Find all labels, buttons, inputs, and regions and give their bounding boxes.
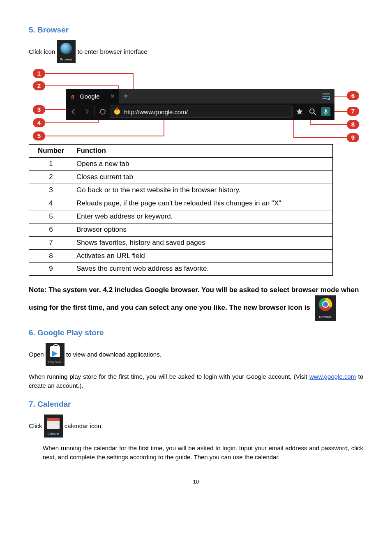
callout-badge-9: 9 [347,133,359,142]
callout-badge-6: 6 [347,91,359,100]
cell-func: Browser options [73,223,333,236]
browser-mockup: 1 2 3 4 5 6 7 8 9 g Google ✕ + [29,69,363,141]
intro-pre: Click icon [29,48,57,55]
voice-input-button[interactable] [320,106,332,118]
cell-num: 5 [29,210,73,223]
cell-num: 2 [29,170,73,184]
section-heading-playstore: 6. Google Play store [29,328,363,337]
arrow-left-icon [70,108,77,115]
cell-num: 3 [29,184,73,197]
cell-num: 6 [29,223,73,236]
table-row: 1Opens a new tab [29,157,333,170]
play-open-pre: Open [29,351,46,358]
table-row: 2Closes current tab [29,170,333,184]
table-row: 8Activates an URL field [29,249,333,263]
new-tab-button[interactable]: + [119,89,132,104]
calendar-paragraph: When running the calendar for the first … [43,444,363,462]
callout-badge-1: 1 [33,69,45,78]
cell-func: Enter web address or keyword. [73,210,333,223]
browser-menu-button[interactable] [318,89,334,104]
intro-post: to enter browser interface [78,48,148,55]
callout-badge-2: 2 [33,81,45,90]
callout-badge-5: 5 [33,131,45,140]
svg-point-9 [323,302,328,307]
cell-func: Closes current tab [73,170,333,184]
active-tab[interactable]: g Google ✕ [66,89,119,104]
cell-func: Reloads page, if the page can't be reloa… [73,197,333,210]
play-open-line: Open Play Store to view and download app… [29,343,363,366]
note-paragraph: Note: The system ver. 4.2 includes Googl… [29,285,363,321]
cell-num: 8 [29,249,73,263]
arrow-right-icon [83,108,90,115]
function-table: Number Function 1Opens a new tab 2Closes… [29,144,333,276]
reload-button[interactable] [97,106,109,118]
svg-marker-3 [327,97,330,100]
browser-app-icon: Browser [57,40,76,63]
url-row: http://www.google.com/ [66,104,334,120]
bookmark-button[interactable] [293,106,306,118]
google-favicon-icon: g [69,92,76,100]
url-text: http://www.google.com/ [124,108,188,115]
cell-num: 1 [29,157,73,170]
callout-badge-4: 4 [33,118,45,127]
svg-point-4 [310,109,314,113]
play-para2: When running play store for the first ti… [29,372,363,391]
back-button[interactable] [67,106,80,118]
cell-func: Saves the current web address as favorit… [73,263,333,276]
table-row: 5Enter web address or keyword. [29,210,333,223]
menu-icon [322,92,331,101]
close-tab-icon[interactable]: ✕ [110,93,115,99]
section-heading-browser: 5. Browser [29,25,363,35]
col-function-header: Function [73,145,333,158]
svg-rect-0 [323,94,330,94]
tab-bar: g Google ✕ + [66,89,334,104]
calendar-click-pre: Click [29,422,44,429]
cell-func: Activates an URL field [73,249,333,263]
cell-func: Shows favorites, history and saved pages [73,236,333,249]
reload-icon [99,108,106,115]
playstore-icon-label: Play Store [46,360,65,365]
cell-func: Go back or to the next website in the br… [73,184,333,197]
svg-rect-1 [323,96,330,97]
chrome-icon-label: Chrome [315,315,336,320]
callout-badge-7: 7 [347,107,359,116]
cell-num: 4 [29,197,73,210]
table-row: 9Saves the current web address as favori… [29,263,333,276]
tab-title: Google [80,93,99,100]
intro-line: Click icon Browser to enter browser inte… [29,40,363,63]
google-link[interactable]: www.google.com [309,373,356,380]
cell-func: Opens a new tab [73,157,333,170]
table-row: 3Go back or to the next website in the b… [29,184,333,197]
callout-badge-3: 3 [33,105,45,114]
mic-icon [321,107,330,116]
search-button[interactable] [307,106,319,118]
star-icon [295,108,304,116]
calendar-app-icon: Calendar [44,415,63,438]
note-text: Note: The system ver. 4.2 includes Googl… [29,286,359,311]
calendar-icon-label: Calendar [44,432,63,436]
url-field[interactable]: http://www.google.com/ [110,106,293,118]
svg-rect-6 [325,109,327,113]
play-open-post: to view and download applications. [66,351,161,358]
section-heading-calendar: 7. Calendar [29,400,363,409]
callout-badge-8: 8 [347,120,359,129]
page-number: 10 [29,479,363,485]
browser-icon-label: Browser [57,57,76,62]
svg-line-5 [314,113,316,115]
site-favicon-icon [114,109,120,115]
calendar-click-line: Click Calendar calendar icon. [29,415,363,438]
table-row: 6Browser options [29,223,333,236]
calendar-click-post: calendar icon. [65,422,103,429]
forward-button[interactable] [81,106,93,118]
table-row: 4Reloads page, if the page can't be relo… [29,197,333,210]
search-icon [309,108,317,116]
chrome-app-icon: Chrome [315,295,336,321]
col-number-header: Number [29,145,73,158]
table-header-row: Number Function [29,145,333,158]
svg-rect-2 [323,98,327,99]
cell-num: 9 [29,263,73,276]
cell-num: 7 [29,236,73,249]
play-para2-pre: When running play store for the first ti… [29,373,309,380]
table-row: 7Shows favorites, history and saved page… [29,236,333,249]
playstore-app-icon: Play Store [46,343,65,366]
